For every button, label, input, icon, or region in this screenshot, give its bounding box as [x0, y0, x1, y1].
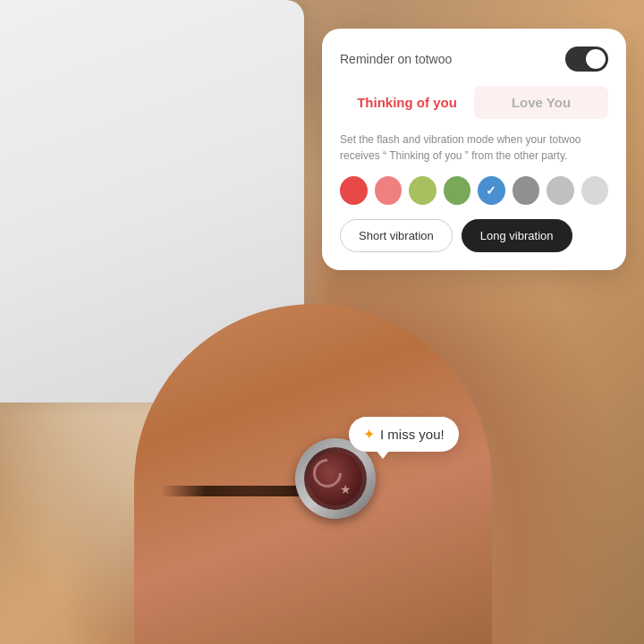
- reminder-toggle[interactable]: [565, 47, 608, 72]
- card-title: Reminder on totwoo: [340, 52, 452, 66]
- color-dot-blue[interactable]: [478, 176, 505, 205]
- color-palette: [340, 176, 608, 205]
- long-vibration-button[interactable]: Long vibration: [462, 219, 572, 252]
- tab-bar: Thinking of you Love You: [340, 86, 608, 119]
- short-vibration-button[interactable]: Short vibration: [340, 219, 453, 252]
- sun-icon: ✦: [363, 426, 375, 443]
- color-dot-red[interactable]: [340, 176, 368, 205]
- color-dot-green[interactable]: [444, 176, 471, 205]
- color-dot-pink[interactable]: [375, 176, 402, 205]
- color-dot-gray3[interactable]: [581, 176, 609, 205]
- vibration-buttons: Short vibration Long vibration: [340, 219, 608, 252]
- toggle-knob: [586, 49, 606, 69]
- card-header: Reminder on totwoo: [340, 47, 608, 72]
- color-dot-light-green[interactable]: [409, 176, 436, 205]
- speech-bubble: ✦ I miss you!: [349, 417, 459, 452]
- reminder-card: Reminder on totwoo Thinking of you Love …: [322, 29, 626, 270]
- speech-bubble-text: I miss you!: [380, 427, 445, 442]
- tab-thinking-of-you[interactable]: Thinking of you: [340, 86, 474, 119]
- tab-love-you[interactable]: Love You: [474, 86, 608, 119]
- color-dot-gray1[interactable]: [513, 176, 540, 205]
- card-description: Set the flash and vibration mode when yo…: [340, 131, 608, 164]
- color-dot-gray2[interactable]: [547, 176, 574, 205]
